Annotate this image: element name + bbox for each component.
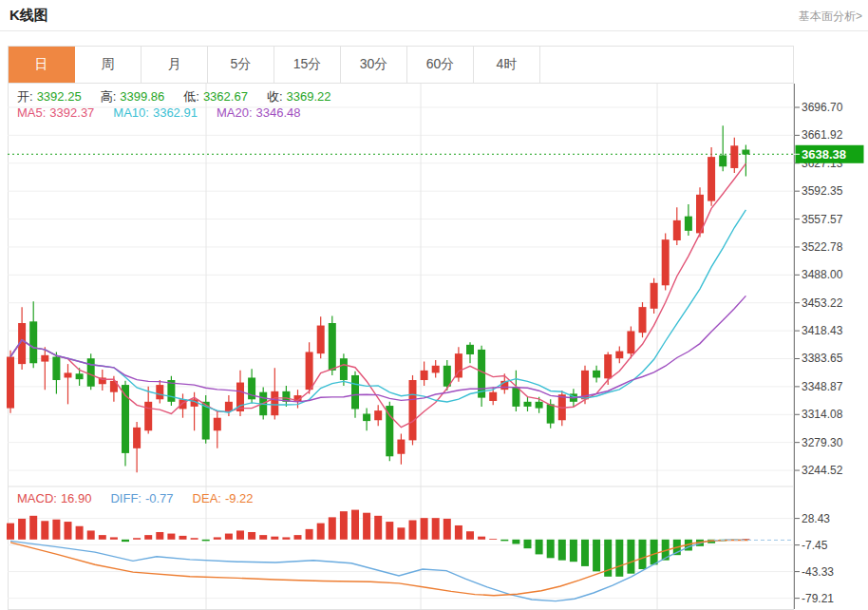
- macd-bar: [306, 529, 313, 540]
- candle-body: [76, 373, 84, 379]
- candle-body: [685, 217, 692, 231]
- candle-body: [627, 331, 634, 353]
- macd-bar: [627, 540, 634, 574]
- candle-body: [651, 283, 658, 309]
- ma-value: 3362.91: [153, 105, 198, 120]
- ma-legend: MA5:3392.37MA10:3362.91MA20:3346.48: [17, 105, 320, 120]
- price-tick-label: 3696.70: [802, 101, 843, 114]
- ma5-line: [10, 163, 745, 428]
- candle-body: [363, 413, 370, 421]
- kline-page: K线图 基本面分析> 日周月5分15分30分60分4时 开:3392.25高:3…: [0, 0, 868, 610]
- candle-body: [593, 371, 600, 378]
- macd-tick-label: -79.21: [802, 592, 834, 605]
- macd-bar: [236, 530, 244, 539]
- macd-bar: [524, 540, 532, 548]
- candle-body: [271, 391, 278, 415]
- macd-bar: [374, 516, 382, 540]
- ma-label: MA10:: [113, 105, 149, 120]
- macd-bar: [500, 540, 508, 542]
- macd-item: MACD:16.90: [17, 491, 95, 505]
- macd-bar: [144, 535, 152, 540]
- macd-bar: [225, 534, 233, 540]
- candle-body: [409, 380, 417, 440]
- candle-body: [719, 155, 726, 166]
- macd-bar: [547, 540, 555, 559]
- macd-tick-label: 28.43: [802, 512, 830, 525]
- macd-bar: [478, 537, 485, 540]
- macd-pane: [7, 510, 794, 601]
- candle-body: [397, 440, 405, 454]
- page-title: K线图: [9, 7, 48, 25]
- macd-bar: [7, 524, 14, 540]
- tab-60min[interactable]: 60分: [407, 47, 474, 83]
- macd-bar: [282, 537, 290, 539]
- macd-bar: [214, 537, 221, 539]
- macd-bar: [443, 519, 451, 540]
- ma-value: 3392.37: [49, 105, 94, 120]
- price-tick-label: 3348.87: [802, 380, 843, 393]
- candle-body: [639, 307, 647, 333]
- macd-bar: [651, 540, 658, 565]
- macd-bar: [363, 513, 370, 540]
- ohlc-item: 高:3399.86: [101, 89, 169, 104]
- tab-day[interactable]: 日: [9, 47, 75, 83]
- macd-value: -0.77: [145, 491, 174, 505]
- ohlc-label: 高:: [101, 89, 117, 104]
- ohlc-label: 开:: [17, 89, 33, 104]
- macd-bar: [248, 532, 255, 540]
- candle-body: [214, 418, 221, 431]
- ma-label: MA20:: [217, 105, 253, 120]
- ohlc-label: 低:: [183, 89, 199, 104]
- candle-body: [7, 357, 14, 409]
- macd-bar: [570, 540, 577, 562]
- macd-bar: [65, 522, 72, 540]
- tab-30min[interactable]: 30分: [341, 47, 407, 83]
- candle-body: [662, 239, 670, 285]
- tab-5min[interactable]: 5分: [208, 47, 274, 83]
- macd-bar: [52, 520, 60, 540]
- macd-label: MACD:: [17, 491, 57, 505]
- ohlc-item: 低:3362.67: [183, 89, 252, 104]
- candle-body: [489, 392, 497, 401]
- price-tick-label: 3488.00: [802, 268, 843, 281]
- kline-chart-svg[interactable]: 3696.703661.923627.133592.353557.573522.…: [0, 84, 868, 610]
- ma-value: 3346.48: [256, 105, 301, 120]
- price-tick-label: 3522.78: [802, 240, 843, 254]
- macd-bar: [271, 537, 278, 540]
- ma-label: MA5:: [17, 105, 46, 120]
- price-tick-label: 3592.35: [802, 184, 843, 198]
- tab-4hour[interactable]: 4时: [474, 47, 540, 83]
- macd-bar: [615, 540, 623, 577]
- tab-15min[interactable]: 15分: [274, 47, 341, 83]
- macd-bar: [386, 522, 393, 540]
- macd-bar: [133, 538, 141, 540]
- ma10-line: [10, 210, 745, 412]
- tab-week[interactable]: 周: [75, 47, 142, 83]
- macd-bar: [294, 535, 302, 540]
- macd-bar: [581, 540, 589, 566]
- macd-tick-label: -43.33: [802, 565, 834, 579]
- fundamental-analysis-link[interactable]: 基本面分析>: [799, 9, 862, 25]
- price-tick-label: 3314.08: [802, 408, 843, 421]
- price-tick-label: 3418.43: [802, 324, 843, 337]
- candle-body: [133, 428, 141, 448]
- candle-body: [524, 402, 532, 407]
- macd-bar: [558, 540, 566, 561]
- candle-body: [421, 371, 428, 380]
- macd-bar: [340, 511, 348, 540]
- candle-body: [52, 357, 60, 381]
- macd-bar: [351, 510, 359, 540]
- macd-bar: [593, 540, 600, 572]
- macd-label: DEA:: [193, 491, 221, 505]
- macd-bar: [99, 535, 106, 540]
- macd-item: DEA:-9.22: [193, 491, 257, 505]
- tab-month[interactable]: 月: [142, 47, 208, 83]
- macd-bar: [317, 524, 325, 540]
- macd-bar: [179, 536, 187, 540]
- candle-body: [41, 355, 48, 362]
- macd-value: 16.90: [61, 491, 92, 505]
- candle-body: [386, 406, 393, 456]
- ohlc-item: 开:3392.25: [17, 89, 85, 104]
- price-tick-label: 3244.52: [802, 464, 843, 477]
- macd-legend: MACD:16.90DIFF:-0.77DEA:-9.22: [17, 491, 273, 505]
